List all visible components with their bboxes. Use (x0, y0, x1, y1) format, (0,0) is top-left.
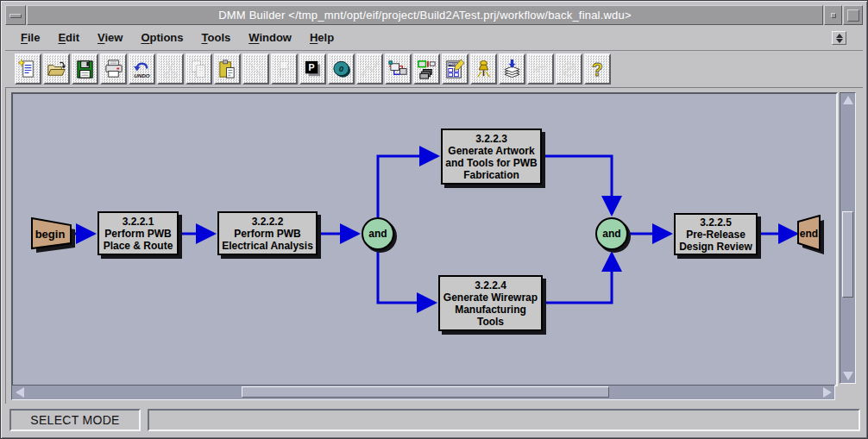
arrow-right-icon (823, 387, 832, 398)
edge-and1-task4[interactable] (378, 250, 435, 303)
contact-button[interactable] (556, 53, 582, 85)
scroll-left-button[interactable] (12, 386, 27, 399)
pushpin-icon (473, 58, 494, 81)
cut-button[interactable] (157, 53, 184, 85)
object-stack-icon (416, 58, 437, 81)
operation-button[interactable]: 0 (328, 53, 355, 85)
open-folder-icon (46, 58, 67, 81)
help-question-icon: ? (587, 58, 608, 81)
svg-text:begin: begin (35, 228, 66, 241)
scroll-down-button[interactable] (840, 369, 855, 383)
minimize-button[interactable] (824, 5, 842, 25)
status-message-panel (148, 409, 860, 431)
wp-icon: WP (530, 58, 551, 81)
sash-up-icon (836, 34, 843, 38)
cut-scissors-icon (160, 58, 181, 81)
horizontal-scroll-thumb[interactable] (242, 386, 609, 398)
paste-clipboard-icon (217, 58, 238, 81)
maximize-icon (847, 9, 859, 22)
wp-button[interactable]: WP (527, 53, 554, 85)
window-title: DMM Builder </tmp_mnt/opt/eif/project/Bu… (218, 9, 632, 22)
node-and-junction-1[interactable]: and (362, 217, 394, 250)
node-task-3224[interactable]: 3.2.2.4 Generate Wirewrap Manufacturing … (438, 275, 543, 331)
checkin-button[interactable] (499, 53, 525, 85)
node-task-3225[interactable]: 3.2.2.5 Pre-Release Design Review (674, 213, 758, 255)
workflow-edit-icon (387, 58, 409, 81)
undo-icon: UNDO (131, 58, 153, 81)
checkin-stack-icon (501, 58, 523, 81)
process-button[interactable]: P (299, 53, 326, 85)
node-and-junction-2[interactable]: and (595, 217, 628, 250)
flag-button[interactable] (271, 53, 298, 85)
title-row: DMM Builder </tmp_mnt/opt/eif/project/Bu… (5, 5, 863, 25)
workflow-button[interactable] (385, 53, 412, 85)
connector-icon (359, 58, 381, 81)
horizontal-scrollbar[interactable] (11, 385, 835, 400)
pane-sash-control[interactable] (832, 31, 846, 45)
prdb-editor-icon: PRDB (444, 58, 466, 81)
menu-help[interactable]: Help (310, 31, 334, 44)
node-end[interactable]: end (797, 215, 827, 256)
edge-task4-and2[interactable] (543, 254, 612, 303)
statusbar: SELECT MODE (5, 408, 863, 432)
node-begin[interactable]: begin (31, 217, 79, 257)
paste-button[interactable] (214, 53, 241, 85)
undo-button[interactable]: UNDO (129, 53, 155, 85)
edge-and1-task3[interactable] (378, 156, 437, 217)
svg-text:UNDO: UNDO (134, 72, 150, 78)
menu-options[interactable]: Options (141, 31, 183, 44)
new-document-icon (17, 58, 39, 81)
workflow-canvas[interactable]: begin 3.2.2.1 Perform PWB Place & Route … (11, 92, 838, 386)
process-p-icon: P (302, 58, 324, 81)
flag-icon (274, 58, 295, 81)
vertical-scrollbar[interactable] (840, 92, 856, 384)
toolbar: UNDO (5, 52, 863, 87)
arrow-left-icon (16, 387, 24, 398)
save-button[interactable] (72, 53, 98, 85)
prdb-button[interactable]: PRDB (442, 53, 469, 85)
menu-window[interactable]: Window (248, 31, 292, 44)
titlebar[interactable]: DMM Builder </tmp_mnt/opt/eif/project/Bu… (27, 5, 823, 25)
dmm-builder-window: DMM Builder </tmp_mnt/opt/eif/project/Bu… (0, 0, 868, 439)
save-floppy-icon (74, 58, 96, 81)
workflow-panel: begin 3.2.2.1 Perform PWB Place & Route … (5, 87, 863, 404)
sash-down-icon (836, 39, 843, 43)
copy-button[interactable] (186, 53, 212, 85)
svg-text:P: P (309, 61, 315, 72)
open-button[interactable] (43, 53, 70, 85)
new-button[interactable] (15, 53, 41, 85)
minimize-icon (831, 13, 836, 18)
delete-x-icon (245, 58, 267, 81)
node-task-3223[interactable]: 3.2.2.3 Generate Artwork and Tools for P… (441, 129, 542, 185)
operation-o-icon: 0 (330, 58, 352, 81)
menu-edit[interactable]: Edit (58, 31, 79, 44)
window-menu-dash-icon (9, 14, 22, 18)
arrow-down-icon (843, 372, 853, 380)
contact-icon (558, 58, 580, 81)
edge-task3-and2[interactable] (542, 156, 612, 214)
maximize-button[interactable] (843, 5, 863, 25)
help-button[interactable]: ? (584, 53, 611, 85)
copy-pages-icon (188, 58, 210, 81)
menu-view[interactable]: View (97, 31, 123, 44)
print-button[interactable] (100, 53, 127, 85)
mode-indicator: SELECT MODE (9, 409, 141, 431)
delete-button[interactable] (242, 53, 269, 85)
vertical-scroll-thumb[interactable] (842, 211, 853, 298)
menu-file[interactable]: File (21, 31, 40, 44)
menubar: File Edit View Options Tools Window Help (5, 25, 863, 51)
svg-text:end: end (800, 228, 818, 240)
scroll-right-button[interactable] (820, 386, 834, 399)
objects-button[interactable] (413, 53, 440, 85)
pushpin-button[interactable] (470, 53, 497, 85)
node-task-3222[interactable]: 3.2.2.2 Perform PWB Electrical Analysis (217, 211, 318, 255)
scroll-up-button[interactable] (840, 93, 855, 107)
connector-button[interactable] (356, 53, 383, 85)
svg-text:0: 0 (339, 64, 344, 73)
printer-icon (103, 58, 124, 81)
menu-tools[interactable]: Tools (202, 31, 231, 44)
node-task-3221[interactable]: 3.2.2.1 Perform PWB Place & Route (97, 211, 179, 255)
window-menu-button[interactable] (5, 5, 26, 25)
svg-text:?: ? (592, 60, 603, 79)
arrow-up-icon (843, 96, 853, 104)
